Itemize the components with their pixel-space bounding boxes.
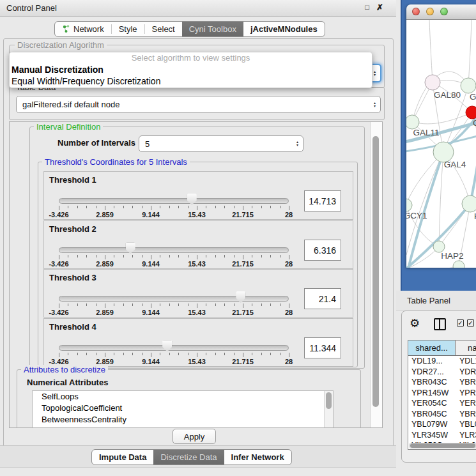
axis-tick-label: 9.144 — [142, 358, 160, 365]
network-node-label: GAL11 — [413, 128, 439, 137]
threshold-value-field[interactable]: 21.4 — [304, 288, 341, 309]
tab-discretize-data[interactable]: Discretize Data — [153, 450, 224, 464]
network-node-h[interactable] — [462, 196, 476, 212]
attribute-list-item[interactable]: BetweennessCentrality — [33, 414, 333, 426]
scrollbar-thumb[interactable] — [410, 443, 475, 448]
network-node-ga[interactable] — [461, 78, 476, 93]
tab-select[interactable]: Select — [145, 22, 182, 36]
column-header-shared-name[interactable]: shared... — [408, 341, 456, 355]
threshold-slider[interactable]: -3.4262.8599.14415.4321.71528 — [59, 294, 289, 316]
threshold-value-field[interactable]: 11.344 — [304, 337, 341, 358]
network-window-titlebar[interactable] — [406, 4, 476, 20]
threshold-slider[interactable]: -3.4262.8599.14415.4321.71528 — [59, 343, 289, 365]
split-columns-icon[interactable] — [434, 318, 446, 330]
network-node-label: GA — [470, 92, 476, 102]
algorithm-option-equal-width-frequency-discretization[interactable]: Equal Width/Frequency Discretization — [10, 75, 372, 87]
table-row[interactable]: YBR045CYBR0 — [408, 409, 476, 420]
tick-minor — [169, 303, 170, 306]
attribute-list-item[interactable]: TopologicalCoefficient — [33, 403, 333, 414]
table-data-group: Table Data galFiltered.sif default node … — [9, 87, 385, 120]
attributes-group: Attributes to discretize Numerical Attri… — [17, 369, 361, 428]
cell-name: YDL1 — [456, 356, 476, 367]
network-node-c[interactable] — [466, 106, 476, 119]
close-window-icon[interactable]: ✗ — [376, 3, 383, 12]
minimize-traffic-light-icon[interactable] — [426, 8, 434, 15]
threshold-slider[interactable]: -3.4262.8599.14415.4321.71528 — [59, 245, 289, 267]
scrollbar-thumb[interactable] — [372, 136, 379, 407]
tick-minor — [123, 206, 124, 208]
gear-icon[interactable]: ⚙ — [410, 316, 420, 330]
threshold-title: Threshold 2 — [49, 224, 96, 234]
window-title: Control Panel — [6, 3, 57, 13]
control-panel-titlebar: Control Panel □ ✗ — [0, 0, 396, 17]
tick-major — [243, 353, 243, 357]
combo-arrows-icon: ▴▾ — [374, 70, 376, 77]
attribute-list-item[interactable]: SelfLoops — [33, 391, 333, 403]
cell-shared-name: YLR345W — [408, 430, 456, 441]
network-node-gal11[interactable] — [406, 115, 419, 129]
network-node-label: GAL4 — [444, 160, 466, 169]
zoom-traffic-light-icon[interactable] — [440, 8, 448, 15]
threshold-value-field[interactable]: 6.316 — [304, 240, 341, 261]
network-view-window[interactable]: GAL80GACGAL11GAL4GCY1HHAP2 — [406, 4, 476, 268]
network-node-gcy1[interactable] — [406, 199, 412, 211]
tab-cyni-toolbox[interactable]: Cyni Toolbox — [182, 22, 243, 36]
tick-minor — [270, 255, 271, 257]
tab-network[interactable]: Network — [55, 22, 111, 36]
apply-button[interactable]: Apply — [173, 429, 216, 444]
table-row[interactable]: YBL079WYBL0 — [408, 419, 476, 430]
slider-track[interactable] — [59, 247, 289, 253]
cell-name: YDR2 — [456, 367, 476, 378]
slider-ticks — [59, 353, 289, 358]
tick-minor — [224, 353, 225, 355]
table-row[interactable]: YLR345WYLR3 — [408, 430, 476, 441]
tick-minor — [86, 303, 87, 306]
settings-panel-scrollbar[interactable] — [370, 122, 382, 427]
network-edge — [468, 20, 472, 86]
slider-track[interactable] — [59, 198, 289, 204]
tick-minor — [261, 206, 262, 208]
network-node[interactable] — [453, 261, 464, 268]
checkbox-icon[interactable]: ✓ — [467, 319, 474, 326]
slider-track[interactable] — [59, 296, 289, 302]
slider-track[interactable] — [59, 345, 289, 351]
float-window-icon[interactable]: □ — [365, 3, 369, 11]
threshold-slider[interactable]: -3.4262.8599.14415.4321.71528 — [59, 196, 289, 218]
table-row[interactable]: YDL19...YDL1 — [408, 356, 476, 367]
tick-minor — [206, 303, 206, 306]
tab-jactivemnodules[interactable]: jActiveMNodules — [243, 22, 325, 36]
table-data-combobox[interactable]: galFiltered.sif default node ▴▾ — [16, 96, 381, 113]
table-row[interactable]: YPR145WYPR1 — [408, 388, 476, 399]
network-node-gal80[interactable] — [425, 75, 440, 90]
close-traffic-light-icon[interactable] — [412, 8, 420, 15]
threshold-value-field[interactable]: 14.713 — [304, 190, 341, 211]
tick-minor — [142, 255, 142, 257]
tick-minor — [178, 303, 179, 306]
algorithm-placeholder-option[interactable]: Select algorithm to view settings — [10, 52, 372, 64]
tick-minor — [169, 206, 170, 208]
axis-tick-label: 28 — [285, 309, 293, 316]
attributes-list-scrollbar[interactable] — [324, 391, 333, 428]
number-of-intervals-combobox[interactable]: 5 ▴▾ — [139, 135, 303, 152]
checkbox-icon[interactable]: ✓ — [457, 319, 464, 326]
numerical-attributes-list[interactable]: SelfLoopsTopologicalCoefficientBetweenne… — [32, 390, 334, 428]
tick-minor — [178, 353, 179, 355]
table-panel-header: Table Panel — [396, 291, 476, 311]
tab-impute-data[interactable]: Impute Data — [92, 450, 153, 464]
slider-axis-labels: -3.4262.8599.14415.4321.71528 — [59, 358, 289, 365]
tab-infer-network[interactable]: Infer Network — [224, 450, 291, 464]
cell-name: YLR3 — [456, 430, 476, 441]
table-horizontal-scrollbar[interactable] — [409, 443, 476, 449]
table-row[interactable]: YDR27...YDR2 — [408, 367, 476, 378]
column-header-name[interactable]: na — [456, 341, 476, 355]
tick-minor — [234, 255, 234, 257]
algorithm-option-manual-discretization[interactable]: Manual Discretization — [10, 64, 372, 75]
network-canvas[interactable]: GAL80GACGAL11GAL4GCY1HHAP2 — [406, 20, 476, 268]
scrollbar-thumb[interactable] — [326, 392, 332, 409]
tick-minor — [206, 255, 206, 257]
table-row[interactable]: YBR043CYBR0 — [408, 377, 476, 388]
tab-style[interactable]: Style — [112, 22, 144, 36]
network-graph: GAL80GACGAL11GAL4GCY1HHAP2 — [406, 20, 476, 268]
tick-minor — [224, 255, 225, 257]
table-row[interactable]: YER054CYER0 — [408, 398, 476, 409]
